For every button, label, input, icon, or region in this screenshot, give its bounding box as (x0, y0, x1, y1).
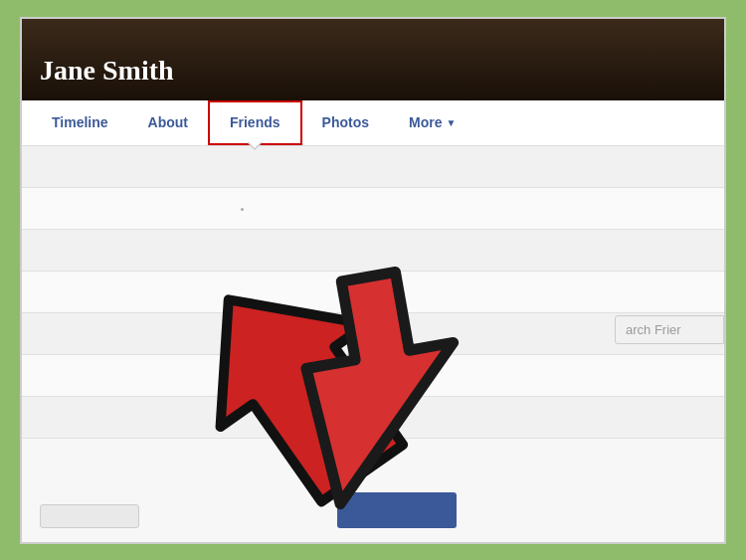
tab-photos[interactable]: Photos (302, 100, 389, 145)
content-row-6 (22, 355, 724, 397)
profile-name: Jane Smith (40, 55, 174, 87)
screenshot-wrapper: Jane Smith Timeline About Friends Photos… (20, 17, 726, 544)
content-row-7 (22, 397, 724, 439)
search-friends-input[interactable]: arch Frier (615, 315, 724, 344)
tab-about[interactable]: About (128, 100, 208, 145)
content-area: arch Frier (22, 146, 724, 542)
tab-more[interactable]: More ▼ (389, 100, 475, 145)
content-row-2 (22, 188, 724, 230)
add-friend-button[interactable] (337, 492, 457, 528)
tab-timeline[interactable]: Timeline (32, 100, 128, 145)
tab-friends[interactable]: Friends (208, 100, 302, 145)
dot-indicator (241, 208, 244, 211)
nav-tabs: Timeline About Friends Photos More ▼ (22, 100, 724, 146)
content-row-4 (22, 272, 724, 313)
chevron-down-icon: ▼ (446, 117, 456, 128)
content-row-3 (22, 230, 724, 272)
profile-header: Jane Smith (22, 19, 724, 100)
content-row-1 (22, 146, 724, 188)
small-action-button[interactable] (40, 504, 139, 528)
